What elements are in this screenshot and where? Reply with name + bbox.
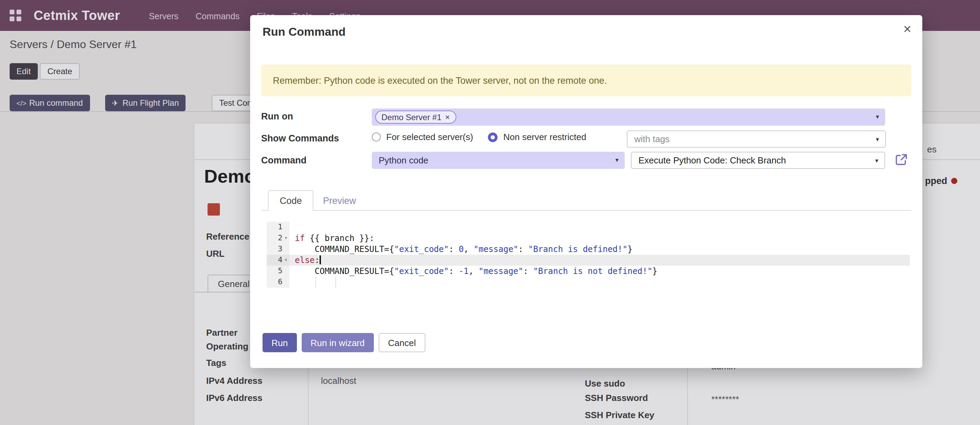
run-on-select[interactable]: Demo Server #1 ✕ ▾: [372, 108, 885, 126]
tag-remove-icon[interactable]: ✕: [445, 114, 450, 121]
radio-selected-servers-label[interactable]: For selected server(s): [386, 132, 473, 142]
gutter-line-number: 3: [267, 244, 290, 255]
modal-footer: Run Run in wizard Cancel: [262, 333, 425, 352]
run-in-wizard-button[interactable]: Run in wizard: [302, 333, 374, 352]
command-type-select[interactable]: Python code ▾: [372, 152, 625, 169]
command-label: Command: [261, 155, 307, 165]
screen: Cetmix Tower Servers Commands Files Tool…: [0, 0, 980, 425]
code-line[interactable]: if {{ branch }}:: [290, 233, 910, 244]
show-commands-label: Show Commands: [261, 133, 339, 143]
chevron-down-icon: ▾: [876, 113, 879, 120]
code-editor[interactable]: 12▾34▾56 if {{ branch }}: COMMAND_RESULT…: [267, 222, 910, 288]
alert-text: Remember: Python code is executed on the…: [273, 75, 607, 86]
command-select[interactable]: Execute Python Code: Check Branch ▾: [631, 152, 885, 169]
code-token: "exit_code": [394, 244, 449, 254]
text-cursor: [320, 255, 321, 264]
code-token: if: [295, 233, 305, 243]
code-line[interactable]: [290, 222, 910, 233]
code-token: :: [523, 266, 533, 276]
editor-gutter: 12▾34▾56: [267, 222, 290, 288]
tab-preview[interactable]: Preview: [313, 190, 366, 211]
chevron-down-icon: ▾: [616, 157, 619, 163]
close-icon[interactable]: ×: [904, 22, 911, 36]
code-token: }: [652, 266, 657, 276]
python-warning-alert: Remember: Python code is executed on the…: [261, 65, 911, 96]
code-line[interactable]: COMMAND_RESULT={"exit_code": 0, "message…: [290, 244, 910, 255]
run-button[interactable]: Run: [262, 333, 297, 352]
modal-title: Run Command: [262, 25, 346, 39]
code-line[interactable]: COMMAND_RESULT={"exit_code": -1, "messag…: [290, 266, 910, 277]
command-value: Execute Python Code: Check Branch: [638, 155, 786, 165]
show-commands-radios: For selected server(s) Non server restri…: [372, 132, 596, 142]
code-line[interactable]: [290, 277, 910, 288]
code-token: "Branch is defined!": [528, 244, 627, 254]
code-token: 0: [459, 244, 463, 254]
cancel-button[interactable]: Cancel: [378, 333, 425, 352]
gutter-line-number: 5: [267, 266, 290, 277]
code-token: :: [449, 266, 459, 276]
run-on-label: Run on: [261, 111, 293, 122]
server-tag-chip[interactable]: Demo Server #1 ✕: [375, 111, 456, 124]
chevron-down-icon: ▾: [875, 157, 878, 164]
code-token: ,: [469, 266, 479, 276]
code-token: "exit_code": [394, 266, 449, 276]
radio-non-restricted-label[interactable]: Non server restricted: [503, 132, 586, 142]
fold-arrow-icon[interactable]: ▾: [282, 255, 290, 266]
code-token: COMMAND_RESULT={: [295, 244, 394, 254]
code-token: "message": [474, 244, 518, 254]
code-token: }: [627, 244, 632, 254]
chevron-down-icon: ▾: [876, 136, 879, 143]
tabbar-divider: [261, 210, 911, 211]
gutter-line-number: 4▾: [267, 255, 290, 266]
code-line[interactable]: else:: [290, 255, 910, 266]
code-token: :: [518, 244, 528, 254]
code-token: -1: [459, 266, 469, 276]
external-link-icon[interactable]: [895, 153, 908, 166]
with-tags-select[interactable]: with tags ▾: [627, 130, 886, 147]
radio-non-restricted[interactable]: [488, 132, 498, 142]
gutter-line-number: 2▾: [267, 233, 290, 244]
with-tags-placeholder: with tags: [634, 134, 670, 144]
gutter-line-number: 6: [267, 277, 290, 288]
code-token: else: [295, 255, 315, 265]
code-token: COMMAND_RESULT={: [295, 266, 394, 276]
code-token: :: [315, 255, 320, 265]
run-command-modal: Run Command × Remember: Python code is e…: [250, 15, 922, 368]
tab-code[interactable]: Code: [268, 190, 314, 211]
code-token: ,: [463, 244, 474, 254]
command-type-value: Python code: [379, 155, 428, 165]
code-token: "Branch is not defined!": [533, 266, 652, 276]
radio-selected-servers[interactable]: [372, 133, 381, 141]
editor-code[interactable]: if {{ branch }}: COMMAND_RESULT={"exit_c…: [290, 222, 910, 288]
server-tag-label: Demo Server #1: [382, 112, 442, 122]
code-token: "message": [479, 266, 523, 276]
code-token: :: [449, 244, 459, 254]
gutter-line-number: 1: [267, 222, 290, 233]
fold-arrow-icon[interactable]: ▾: [282, 233, 290, 244]
code-token: {{ branch }}:: [305, 233, 374, 243]
